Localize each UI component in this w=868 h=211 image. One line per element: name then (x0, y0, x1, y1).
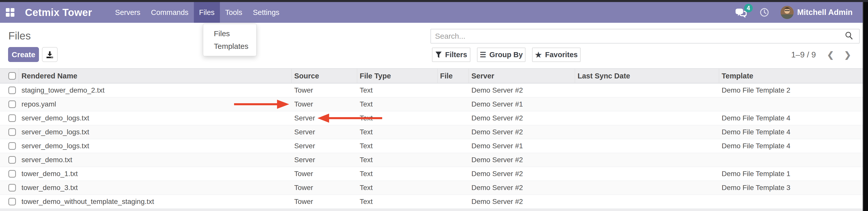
row-checkbox[interactable] (8, 142, 16, 150)
cell-file-type: Text (357, 153, 438, 167)
cell-last-sync-date (575, 153, 719, 167)
table-row[interactable]: server_demo.txt Server Text Demo Server … (0, 153, 863, 167)
table-row[interactable]: tower_demo_1.txt Tower Text Demo Server … (0, 167, 863, 181)
row-select-cell (0, 125, 19, 139)
table-row[interactable]: tower_demo_3.txt Tower Text Demo Server … (0, 181, 863, 195)
column-header-template[interactable]: Template (719, 69, 863, 83)
user-avatar[interactable] (780, 6, 794, 19)
filters-button[interactable]: Filters (432, 48, 470, 62)
cell-file-type: Text (357, 181, 438, 194)
cell-server: Demo Server #2 (469, 167, 575, 181)
row-checkbox[interactable] (8, 114, 16, 122)
pager-next-button[interactable]: ❯ (844, 50, 851, 60)
favorites-button[interactable]: ★ Favorites (532, 48, 581, 62)
messages-button[interactable]: 4 (735, 7, 747, 18)
column-header-source[interactable]: Source (292, 69, 357, 83)
cell-source: Tower (292, 195, 357, 208)
table-row[interactable]: server_demo_logs.txt Server Text Demo Se… (0, 139, 863, 153)
cell-file-type: Text (357, 167, 438, 181)
cell-rendered-name: server_demo_logs.txt (19, 125, 292, 139)
files-list-view: Rendered Name Source File Type File Serv… (0, 68, 863, 209)
activities-button[interactable] (760, 8, 769, 17)
group-by-button[interactable]: ☰ Group By (477, 48, 526, 62)
files-menu-item-templates[interactable]: Templates (203, 40, 256, 53)
nav-item-tools[interactable]: Tools (220, 2, 248, 23)
window-top-edge (0, 0, 868, 2)
window-right-edge (863, 0, 868, 211)
cell-template: Demo File Template 4 (719, 125, 863, 139)
table-header-row: Rendered Name Source File Type File Serv… (0, 68, 863, 84)
cell-source: Tower (292, 97, 357, 111)
cell-rendered-name: tower_demo_1.txt (19, 167, 292, 181)
cell-file (438, 111, 469, 125)
cell-file-type: Text (357, 84, 438, 97)
select-all-checkbox[interactable] (8, 72, 16, 80)
search-input[interactable] (431, 32, 844, 40)
apps-menu-icon-square (11, 8, 14, 12)
cell-file (438, 139, 469, 153)
row-select-cell (0, 139, 19, 153)
top-menu: Servers Commands Files Tools Settings (110, 2, 285, 23)
cell-source: Server (292, 139, 357, 153)
row-checkbox[interactable] (8, 184, 16, 191)
nav-item-servers[interactable]: Servers (110, 2, 146, 23)
nav-item-files[interactable]: Files (194, 2, 220, 23)
files-menu-item-files[interactable]: Files (203, 27, 256, 40)
filters-label: Filters (445, 51, 467, 59)
apps-menu-icon[interactable] (6, 8, 14, 17)
cell-rendered-name: tower_demo_3.txt (19, 181, 292, 194)
nav-item-commands[interactable]: Commands (146, 2, 194, 23)
cell-rendered-name: server_demo_logs.txt (19, 111, 292, 125)
cell-source: Tower (292, 167, 357, 181)
user-name[interactable]: Mitchell Admin (797, 8, 852, 17)
export-button[interactable] (42, 47, 58, 62)
cell-rendered-name: server_demo_logs.txt (19, 139, 292, 153)
column-header-file[interactable]: File (438, 69, 469, 83)
cell-server: Demo Server #2 (469, 195, 575, 208)
row-select-cell (0, 84, 19, 97)
cell-source: Server (292, 125, 357, 139)
column-header-file-type[interactable]: File Type (357, 69, 438, 83)
cell-rendered-name: tower_demo_without_template_staging.txt (19, 195, 292, 208)
app-window: Cetmix Tower Servers Commands Files Tool… (0, 0, 863, 211)
cell-last-sync-date (575, 125, 719, 139)
column-header-last-sync-date[interactable]: Last Sync Date (575, 69, 719, 83)
cell-last-sync-date (575, 111, 719, 125)
avatar-photo (780, 6, 794, 19)
row-checkbox[interactable] (8, 128, 16, 136)
table-row[interactable]: staging_tower_demo_2.txt Tower Text Demo… (0, 84, 863, 97)
row-checkbox[interactable] (8, 170, 16, 178)
row-checkbox[interactable] (8, 156, 16, 164)
cell-file-type: Text (357, 97, 438, 111)
search-bar (430, 29, 860, 43)
row-checkbox[interactable] (8, 100, 16, 108)
page-title: Files (8, 30, 31, 42)
app-brand-title[interactable]: Cetmix Tower (25, 2, 92, 23)
search-icon[interactable] (844, 31, 854, 41)
download-icon (46, 51, 54, 59)
group-by-icon: ☰ (480, 51, 486, 58)
cell-rendered-name: server_demo.txt (19, 153, 292, 167)
table-row[interactable]: server_demo_logs.txt Server Text Demo Se… (0, 125, 863, 139)
table-row[interactable]: tower_demo_without_template_staging.txt … (0, 195, 863, 209)
column-header-rendered-name[interactable]: Rendered Name (19, 69, 292, 83)
row-select-cell (0, 153, 19, 167)
cell-file (438, 153, 469, 167)
create-button[interactable]: Create (8, 47, 39, 62)
cell-server: Demo Server #2 (469, 111, 575, 125)
row-checkbox[interactable] (8, 198, 16, 205)
pager-previous-button[interactable]: ❮ (827, 50, 834, 60)
table-row[interactable]: server_demo_logs.txt Server Text Demo Se… (0, 111, 863, 125)
cell-server: Demo Server #2 (469, 84, 575, 97)
nav-item-settings[interactable]: Settings (247, 2, 285, 23)
cell-template: Demo File Template 4 (719, 139, 863, 153)
column-header-server[interactable]: Server (469, 69, 575, 83)
cell-rendered-name: staging_tower_demo_2.txt (19, 84, 292, 97)
row-select-cell (0, 181, 19, 194)
table-row[interactable]: repos.yaml Tower Text Demo Server #1 (0, 97, 863, 111)
row-checkbox[interactable] (8, 87, 16, 94)
cell-last-sync-date (575, 84, 719, 97)
cell-source: Server (292, 153, 357, 167)
cell-last-sync-date (575, 181, 719, 194)
cell-server: Demo Server #1 (469, 97, 575, 111)
